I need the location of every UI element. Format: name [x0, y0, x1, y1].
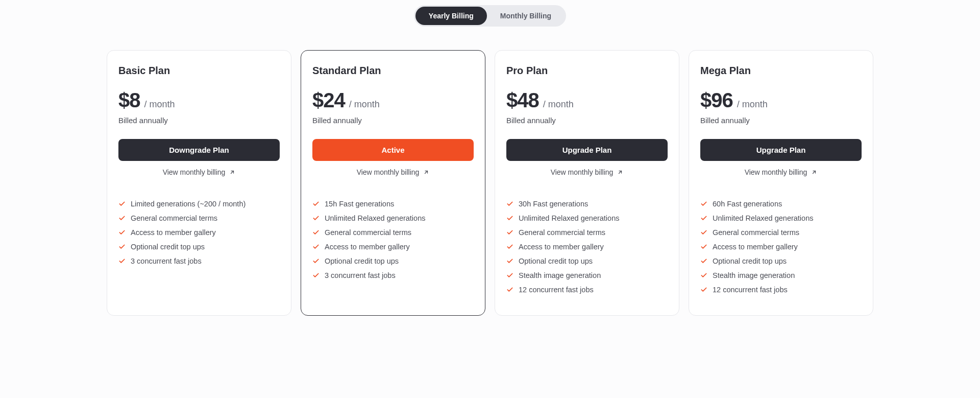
view-monthly-billing-link[interactable]: View monthly billing [118, 168, 280, 176]
view-monthly-billing-label: View monthly billing [745, 168, 807, 176]
plan-feature-item: 30h Fast generations [506, 197, 668, 211]
plan-feature-text: General commercial terms [713, 228, 799, 237]
svg-line-2 [619, 171, 622, 174]
plan-feature-item: Access to member gallery [312, 240, 474, 254]
check-icon [700, 272, 707, 279]
plan-period: / month [144, 99, 175, 110]
plan-feature-item: 3 concurrent fast jobs [118, 254, 280, 268]
plan-feature-text: Unlimited Relaxed generations [713, 214, 813, 222]
check-icon [118, 257, 126, 265]
check-icon [700, 243, 707, 250]
plan-feature-text: General commercial terms [131, 214, 217, 222]
plan-feature-item: Unlimited Relaxed generations [700, 211, 862, 225]
plan-feature-text: Unlimited Relaxed generations [325, 214, 425, 222]
plan-name: Basic Plan [118, 65, 280, 77]
plan-card: Basic Plan$8/ monthBilled annuallyDowngr… [107, 50, 291, 316]
plan-feature-item: Stealth image generation [700, 268, 862, 283]
view-monthly-billing-link[interactable]: View monthly billing [312, 168, 474, 176]
check-icon [312, 215, 320, 222]
plan-price: $24 [312, 89, 345, 112]
billing-toggle-yearly[interactable]: Yearly Billing [415, 7, 487, 25]
plan-feature-item: 15h Fast generations [312, 197, 474, 211]
billing-toggle: Yearly Billing Monthly Billing [414, 5, 566, 27]
check-icon [312, 200, 320, 207]
plan-feature-item: Stealth image generation [506, 268, 668, 283]
plan-cta-button[interactable]: Upgrade Plan [506, 139, 668, 161]
plan-feature-text: 30h Fast generations [519, 200, 588, 208]
plan-card: Pro Plan$48/ monthBilled annuallyUpgrade… [495, 50, 679, 316]
plan-feature-text: Access to member gallery [519, 243, 604, 251]
plan-period: / month [543, 99, 574, 110]
check-icon [506, 286, 513, 293]
plan-feature-text: 3 concurrent fast jobs [325, 271, 396, 279]
plan-feature-text: Stealth image generation [519, 271, 601, 279]
plan-feature-item: Access to member gallery [506, 240, 668, 254]
check-icon [312, 257, 320, 265]
plan-cta-button[interactable]: Upgrade Plan [700, 139, 862, 161]
plan-feature-text: Access to member gallery [325, 243, 410, 251]
plan-name: Mega Plan [700, 65, 862, 77]
arrow-up-right-icon [423, 169, 429, 175]
arrow-up-right-icon [811, 169, 817, 175]
check-icon [312, 229, 320, 236]
plan-feature-item: 12 concurrent fast jobs [700, 283, 862, 297]
plan-feature-text: Access to member gallery [131, 228, 216, 237]
check-icon [700, 200, 707, 207]
plan-feature-text: 15h Fast generations [325, 200, 394, 208]
plan-feature-text: Optional credit top ups [713, 257, 787, 265]
check-icon [312, 272, 320, 279]
check-icon [506, 200, 513, 207]
plan-feature-item: Optional credit top ups [506, 254, 668, 268]
plan-name: Pro Plan [506, 65, 668, 77]
plan-bill-note: Billed annually [118, 116, 280, 125]
plan-bill-note: Billed annually [700, 116, 862, 125]
plan-feature-item: Optional credit top ups [700, 254, 862, 268]
plan-feature-item: Optional credit top ups [118, 240, 280, 254]
plan-feature-item: Access to member gallery [118, 225, 280, 240]
plan-period: / month [349, 99, 380, 110]
plan-feature-text: 12 concurrent fast jobs [713, 286, 788, 294]
plan-feature-text: Unlimited Relaxed generations [519, 214, 619, 222]
svg-line-3 [813, 171, 816, 174]
plan-card: Mega Plan$96/ monthBilled annuallyUpgrad… [689, 50, 873, 316]
arrow-up-right-icon [617, 169, 623, 175]
check-icon [506, 243, 513, 250]
plan-period: / month [737, 99, 768, 110]
plan-price: $96 [700, 89, 733, 112]
plan-feature-text: Stealth image generation [713, 271, 795, 279]
svg-line-1 [425, 171, 428, 174]
plan-cta-button[interactable]: Active [312, 139, 474, 161]
plan-feature-text: 12 concurrent fast jobs [519, 286, 594, 294]
view-monthly-billing-link[interactable]: View monthly billing [700, 168, 862, 176]
plan-feature-text: Optional credit top ups [131, 243, 205, 251]
arrow-up-right-icon [229, 169, 235, 175]
plans-grid: Basic Plan$8/ monthBilled annuallyDowngr… [0, 50, 980, 316]
plan-features: 60h Fast generationsUnlimited Relaxed ge… [700, 197, 862, 297]
plan-cta-button[interactable]: Downgrade Plan [118, 139, 280, 161]
plan-features: Limited generations (~200 / month)Genera… [118, 197, 280, 268]
check-icon [700, 257, 707, 265]
view-monthly-billing-label: View monthly billing [551, 168, 614, 176]
svg-line-0 [231, 171, 234, 174]
plan-feature-text: Limited generations (~200 / month) [131, 200, 246, 208]
plan-features: 15h Fast generationsUnlimited Relaxed ge… [312, 197, 474, 283]
plan-price-row: $8/ month [118, 89, 280, 112]
plan-name: Standard Plan [312, 65, 474, 77]
plan-price-row: $48/ month [506, 89, 668, 112]
check-icon [700, 229, 707, 236]
check-icon [118, 200, 126, 207]
check-icon [700, 215, 707, 222]
plan-feature-item: Unlimited Relaxed generations [506, 211, 668, 225]
plan-feature-text: General commercial terms [325, 228, 411, 237]
plan-feature-item: Unlimited Relaxed generations [312, 211, 474, 225]
view-monthly-billing-link[interactable]: View monthly billing [506, 168, 668, 176]
plan-bill-note: Billed annually [506, 116, 668, 125]
plan-feature-text: Optional credit top ups [519, 257, 593, 265]
plan-feature-text: General commercial terms [519, 228, 605, 237]
check-icon [118, 243, 126, 250]
plan-feature-item: 12 concurrent fast jobs [506, 283, 668, 297]
check-icon [506, 215, 513, 222]
plan-feature-item: General commercial terms [118, 211, 280, 225]
billing-toggle-monthly[interactable]: Monthly Billing [487, 7, 565, 25]
plan-feature-text: Optional credit top ups [325, 257, 399, 265]
